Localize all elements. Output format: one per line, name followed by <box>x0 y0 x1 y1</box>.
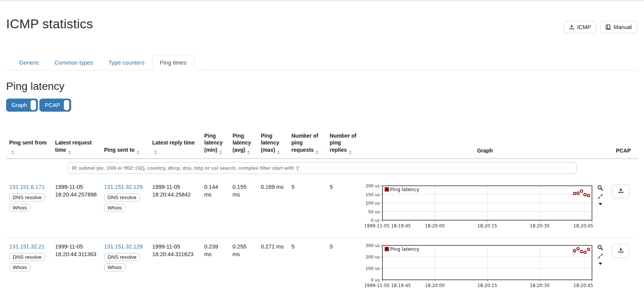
tab-type-counters[interactable]: Type counters <box>101 55 152 70</box>
ping-requests-count: 5 <box>288 179 327 238</box>
latest-reply-time: 1999-11-05 18:20:44.25842 <box>149 179 201 238</box>
ping-latency-chart[interactable]: 0 us50 us100 us150 us200 us1999-11-05 18… <box>364 183 594 229</box>
col-header-latency-max[interactable]: Ping latency (max) <box>258 130 288 159</box>
svg-text:18:20:45: 18:20:45 <box>573 223 593 229</box>
sort-icon[interactable] <box>11 151 14 154</box>
col-header-latency-avg[interactable]: Ping latency (avg) <box>229 130 258 159</box>
dns-resolve-button[interactable]: DNS resolve <box>9 253 45 261</box>
svg-text:18:20:15: 18:20:15 <box>477 283 497 288</box>
col-header-pcap: PCAP <box>609 130 638 159</box>
sort-icon[interactable] <box>349 151 352 154</box>
table-row: 131.151.6.171 DNS resolve Whois 1999-11-… <box>6 179 638 238</box>
sort-icon[interactable] <box>219 151 222 154</box>
toggle-knob <box>64 100 69 110</box>
col-header-latest-reply-time[interactable]: Latest reply time <box>149 130 201 159</box>
toggle-knob <box>31 100 36 110</box>
icmp-button-label: ICMP <box>577 24 591 30</box>
whois-button[interactable]: Whois <box>9 204 31 212</box>
latest-request-time: 1999-11-05 18:20:44.311363 <box>52 238 101 297</box>
whois-button[interactable]: Whois <box>104 204 125 212</box>
icmp-tabs: Generic Common types Type counters Ping … <box>6 55 638 70</box>
col-header-ping-sent-to[interactable]: Ping sent to <box>101 130 149 159</box>
table-filter-input[interactable] <box>67 162 577 174</box>
ping-requests-count: 5 <box>288 238 327 297</box>
svg-text:0 us: 0 us <box>371 278 380 282</box>
chart-tools <box>597 183 603 206</box>
ping-latency-avg: 0.155 ms <box>229 179 258 238</box>
ping-times-table: Ping sent from Latest request time Ping … <box>6 130 638 297</box>
ping-sent-to-link[interactable]: 131.151.32.129 <box>104 243 143 250</box>
ping-sent-to-link[interactable]: 131.151.32.129 <box>104 184 143 190</box>
svg-text:18:20:00: 18:20:00 <box>425 223 445 229</box>
svg-text:1999-11-05 18:19:45: 1999-11-05 18:19:45 <box>364 223 411 229</box>
whois-button[interactable]: Whois <box>9 263 31 271</box>
sort-icon[interactable] <box>154 151 157 154</box>
svg-text:1999-11-05 18:19:45: 1999-11-05 18:19:45 <box>364 283 411 288</box>
svg-text:100 us: 100 us <box>366 201 380 206</box>
pcap-toggle[interactable]: PCAP <box>39 99 71 112</box>
ping-replies-count: 5 <box>327 238 361 297</box>
book-icon <box>605 24 611 30</box>
ping-latency-max: 0.271 ms <box>258 238 288 297</box>
filter-row <box>6 159 638 179</box>
svg-text:18:20:45: 18:20:45 <box>573 283 593 288</box>
col-header-ping-sent-from[interactable]: Ping sent from <box>6 130 52 159</box>
icmp-statistics-page: ICMP statistics ICMP Manual Generic Comm… <box>0 16 644 297</box>
svg-text:100 us: 100 us <box>366 266 380 271</box>
col-header-latency-min[interactable]: Ping latency (min) <box>201 130 229 159</box>
svg-text:Ping latency: Ping latency <box>390 246 420 252</box>
section-title: Ping latency <box>6 80 638 93</box>
sort-icon[interactable] <box>247 151 250 154</box>
col-header-graph: Graph <box>361 130 609 159</box>
chart-tools <box>597 243 603 265</box>
ping-latency-max: 0.169 ms <box>258 179 288 238</box>
sort-icon[interactable] <box>68 151 71 154</box>
graph-toggle-label: Graph <box>11 102 27 108</box>
compress-icon[interactable] <box>598 253 603 259</box>
col-header-latest-request-time[interactable]: Latest request time <box>52 130 101 159</box>
download-icon <box>569 24 574 30</box>
dns-resolve-button[interactable]: DNS resolve <box>9 193 45 201</box>
sort-icon[interactable] <box>315 151 319 154</box>
icmp-download-button[interactable]: ICMP <box>564 21 596 33</box>
svg-text:200 us: 200 us <box>366 255 380 260</box>
download-icon <box>618 188 624 195</box>
view-toggles: Graph PCAP <box>6 99 638 112</box>
zoom-icon[interactable] <box>597 245 603 250</box>
col-header-ping-replies[interactable]: Number of ping replies <box>327 130 361 159</box>
svg-text:Ping latency: Ping latency <box>390 187 420 192</box>
graph-toggle[interactable]: Graph <box>6 99 38 112</box>
caret-down-icon[interactable] <box>598 262 603 265</box>
caret-down-icon[interactable] <box>598 202 603 206</box>
ping-replies-count: 5 <box>327 179 361 238</box>
svg-text:50 us: 50 us <box>368 209 380 214</box>
manual-button[interactable]: Manual <box>600 21 637 33</box>
dns-resolve-button[interactable]: DNS resolve <box>104 193 140 201</box>
sort-icon[interactable] <box>277 151 280 154</box>
tab-generic[interactable]: Generic <box>11 55 47 70</box>
latest-reply-time: 1999-11-05 18:20:44.311623 <box>149 238 201 297</box>
ping-latency-chart[interactable]: 0 us100 us200 us300 us1999-11-05 18:19:4… <box>364 243 594 288</box>
pcap-download-button[interactable] <box>612 244 629 258</box>
svg-text:18:20:30: 18:20:30 <box>530 283 550 288</box>
dns-resolve-button[interactable]: DNS resolve <box>104 253 140 261</box>
svg-text:200 us: 200 us <box>366 183 380 188</box>
pcap-download-button[interactable] <box>612 184 629 198</box>
manual-button-label: Manual <box>613 24 632 30</box>
ping-latency-min: 0.144 ms <box>201 179 229 238</box>
zoom-icon[interactable] <box>597 185 603 191</box>
sort-icon[interactable] <box>137 151 140 154</box>
ping-sent-from-link[interactable]: 131.151.32.21 <box>9 243 45 250</box>
page-title: ICMP statistics <box>6 16 93 31</box>
compress-icon[interactable] <box>598 194 603 199</box>
ping-sent-from-link[interactable]: 131.151.6.171 <box>9 184 45 190</box>
header-actions: ICMP Manual <box>564 21 637 33</box>
ping-latency-avg: 0.255 ms <box>229 238 258 297</box>
page-header: ICMP statistics ICMP Manual <box>6 16 638 33</box>
svg-text:0 us: 0 us <box>371 218 380 223</box>
col-header-ping-requests[interactable]: Number of ping requests <box>288 130 327 159</box>
svg-text:18:20:30: 18:20:30 <box>530 223 550 229</box>
tab-ping-times[interactable]: Ping times <box>152 55 194 70</box>
tab-common-types[interactable]: Common types <box>47 55 101 70</box>
whois-button[interactable]: Whois <box>104 263 125 271</box>
